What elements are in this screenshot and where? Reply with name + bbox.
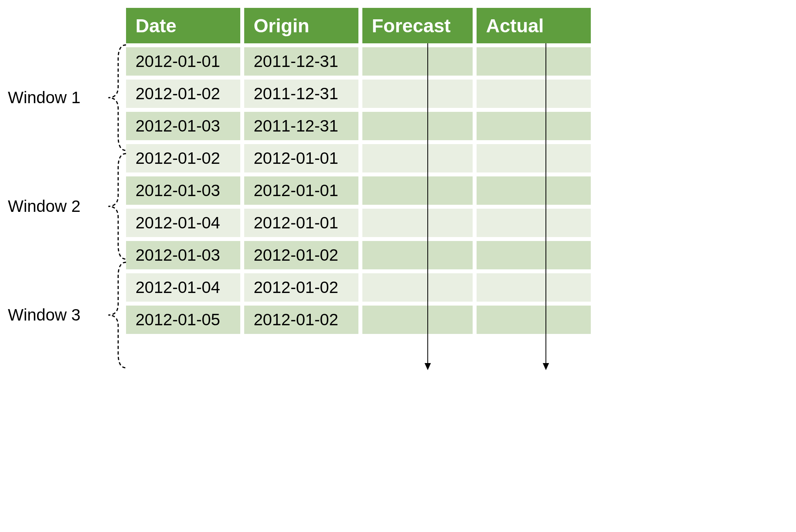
cell-forecast — [362, 43, 477, 76]
curly-brace-icon — [104, 43, 128, 152]
cell-forecast — [362, 140, 477, 172]
window-label: Window 1 — [8, 43, 126, 152]
window-label-text: Window 2 — [8, 197, 104, 216]
window-label: Window 3 — [8, 261, 126, 369]
cell-date: 2012-01-05 — [126, 302, 244, 334]
cell-date: 2012-01-01 — [126, 43, 244, 76]
cell-origin: 2011-12-31 — [244, 43, 362, 76]
cell-origin: 2012-01-02 — [244, 237, 362, 269]
cell-forecast — [362, 269, 477, 302]
cell-actual — [477, 108, 591, 140]
cell-forecast — [362, 108, 477, 140]
table-row: 2012-01-02 2012-01-01 — [126, 140, 591, 172]
header-forecast: Forecast — [362, 8, 477, 43]
cell-origin: 2012-01-02 — [244, 302, 362, 334]
table-row: 2012-01-03 2012-01-02 — [126, 237, 591, 269]
cell-origin: 2011-12-31 — [244, 108, 362, 140]
table-row: 2012-01-01 2011-12-31 — [126, 43, 591, 76]
cell-actual — [477, 140, 591, 172]
cell-actual — [477, 76, 591, 108]
cell-date: 2012-01-02 — [126, 140, 244, 172]
table-row: 2012-01-05 2012-01-02 — [126, 302, 591, 334]
cell-forecast — [362, 172, 477, 205]
cell-date: 2012-01-03 — [126, 237, 244, 269]
forecast-table: Date Origin Forecast Actual 2012-01-01 2… — [126, 8, 591, 334]
window-label: Window 2 — [8, 152, 126, 261]
cell-actual — [477, 302, 591, 334]
cell-origin: 2011-12-31 — [244, 76, 362, 108]
cell-origin: 2012-01-01 — [244, 172, 362, 205]
svg-marker-1 — [425, 363, 431, 370]
cell-origin: 2012-01-01 — [244, 205, 362, 237]
cell-actual — [477, 237, 591, 269]
cell-date: 2012-01-02 — [126, 76, 244, 108]
table-row: 2012-01-04 2012-01-01 — [126, 205, 591, 237]
header-origin: Origin — [244, 8, 362, 43]
window-labels-column: Window 1 Window 2 Window 3 — [8, 8, 126, 369]
forecast-window-diagram: Window 1 Window 2 Window 3 — [8, 8, 599, 369]
cell-origin: 2012-01-02 — [244, 269, 362, 302]
cell-date: 2012-01-04 — [126, 269, 244, 302]
table-row: 2012-01-04 2012-01-02 — [126, 269, 591, 302]
cell-origin: 2012-01-01 — [244, 140, 362, 172]
curly-brace-icon — [104, 152, 128, 261]
cell-date: 2012-01-03 — [126, 172, 244, 205]
cell-forecast — [362, 237, 477, 269]
cell-forecast — [362, 205, 477, 237]
cell-actual — [477, 43, 591, 76]
cell-forecast — [362, 76, 477, 108]
cell-forecast — [362, 302, 477, 334]
data-table-container: Date Origin Forecast Actual 2012-01-01 2… — [126, 8, 591, 334]
cell-actual — [477, 205, 591, 237]
svg-marker-3 — [543, 363, 549, 370]
table-row: 2012-01-03 2011-12-31 — [126, 108, 591, 140]
table-row: 2012-01-03 2012-01-01 — [126, 172, 591, 205]
cell-date: 2012-01-03 — [126, 108, 244, 140]
curly-brace-icon — [104, 261, 128, 369]
cell-actual — [477, 269, 591, 302]
table-row: 2012-01-02 2011-12-31 — [126, 76, 591, 108]
header-date: Date — [126, 8, 244, 43]
cell-actual — [477, 172, 591, 205]
window-label-text: Window 1 — [8, 88, 104, 107]
header-actual: Actual — [477, 8, 591, 43]
cell-date: 2012-01-04 — [126, 205, 244, 237]
window-label-text: Window 3 — [8, 306, 104, 324]
